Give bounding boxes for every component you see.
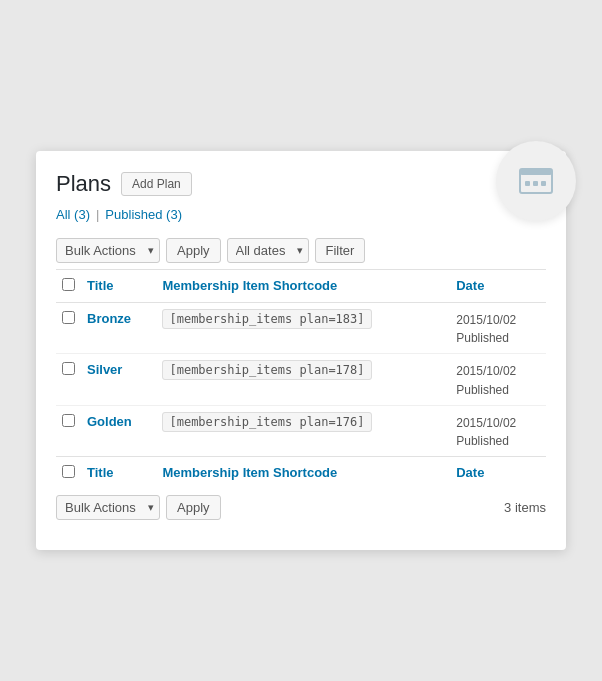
all-dates-select[interactable]: All dates xyxy=(227,238,309,263)
filter-button[interactable]: Filter xyxy=(315,238,366,263)
svg-rect-1 xyxy=(520,169,552,175)
bulk-actions-top-select[interactable]: Bulk Actions xyxy=(56,238,160,263)
svg-rect-3 xyxy=(533,181,538,186)
plan-link-0[interactable]: Bronze xyxy=(87,311,131,326)
header-date: Date xyxy=(450,270,546,303)
header-checkbox-col xyxy=(56,270,81,303)
header-shortcode: Membership Item Shortcode xyxy=(156,270,450,303)
select-all-footer-checkbox[interactable] xyxy=(62,465,75,478)
top-toolbar: Bulk Actions Apply All dates Filter xyxy=(56,232,546,269)
row-shortcode: [membership_items plan=183] xyxy=(156,303,450,354)
all-dates-wrapper: All dates xyxy=(227,238,309,263)
plans-card: Plans Add Plan All (3) | Published (3) B… xyxy=(36,151,566,550)
select-all-checkbox[interactable] xyxy=(62,278,75,291)
table-row: Golden [membership_items plan=176] 2015/… xyxy=(56,405,546,456)
row-checkbox-1[interactable] xyxy=(62,362,75,375)
date-value-1: 2015/10/02 xyxy=(456,364,516,378)
date-value-0: 2015/10/02 xyxy=(456,313,516,327)
subnav: All (3) | Published (3) xyxy=(56,207,546,222)
table-row: Silver [membership_items plan=178] 2015/… xyxy=(56,354,546,405)
row-checkbox-col xyxy=(56,303,81,354)
membership-plans-icon xyxy=(496,141,576,221)
bulk-actions-bottom-select[interactable]: Bulk Actions xyxy=(56,495,160,520)
table-header-row: Title Membership Item Shortcode Date xyxy=(56,270,546,303)
apply-top-button[interactable]: Apply xyxy=(166,238,221,263)
bulk-actions-top-wrapper: Bulk Actions xyxy=(56,238,160,263)
row-date: 2015/10/02 Published xyxy=(450,354,546,405)
status-badge-0: Published xyxy=(456,331,509,345)
add-plan-button[interactable]: Add Plan xyxy=(121,172,192,196)
bottom-toolbar: Bulk Actions Apply 3 items xyxy=(56,495,546,520)
shortcode-value-1: [membership_items plan=178] xyxy=(162,360,371,380)
footer-checkbox-col xyxy=(56,456,81,489)
row-shortcode: [membership_items plan=178] xyxy=(156,354,450,405)
row-shortcode: [membership_items plan=176] xyxy=(156,405,450,456)
date-value-2: 2015/10/02 xyxy=(456,416,516,430)
plan-link-2[interactable]: Golden xyxy=(87,414,132,429)
footer-shortcode: Membership Item Shortcode xyxy=(156,456,450,489)
plan-link-1[interactable]: Silver xyxy=(87,362,122,377)
apply-bottom-button[interactable]: Apply xyxy=(166,495,221,520)
shortcode-value-0: [membership_items plan=183] xyxy=(162,309,371,329)
footer-date: Date xyxy=(450,456,546,489)
row-title: Silver xyxy=(81,354,156,405)
table-footer-row: Title Membership Item Shortcode Date xyxy=(56,456,546,489)
row-date: 2015/10/02 Published xyxy=(450,405,546,456)
table-row: Bronze [membership_items plan=183] 2015/… xyxy=(56,303,546,354)
footer-title: Title xyxy=(81,456,156,489)
subnav-all[interactable]: All (3) xyxy=(56,207,90,222)
status-badge-1: Published xyxy=(456,383,509,397)
status-badge-2: Published xyxy=(456,434,509,448)
bulk-actions-bottom-wrapper: Bulk Actions xyxy=(56,495,160,520)
row-title: Bronze xyxy=(81,303,156,354)
page-title: Plans xyxy=(56,171,111,197)
row-checkbox-2[interactable] xyxy=(62,414,75,427)
row-checkbox-col xyxy=(56,405,81,456)
page-header: Plans Add Plan xyxy=(56,171,546,197)
subnav-separator: | xyxy=(96,207,99,222)
row-date: 2015/10/02 Published xyxy=(450,303,546,354)
header-title: Title xyxy=(81,270,156,303)
plans-table: Title Membership Item Shortcode Date Bro… xyxy=(56,269,546,489)
shortcode-value-2: [membership_items plan=176] xyxy=(162,412,371,432)
row-title: Golden xyxy=(81,405,156,456)
svg-rect-2 xyxy=(525,181,530,186)
subnav-published[interactable]: Published (3) xyxy=(105,207,182,222)
row-checkbox-col xyxy=(56,354,81,405)
svg-rect-4 xyxy=(541,181,546,186)
row-checkbox-0[interactable] xyxy=(62,311,75,324)
items-count: 3 items xyxy=(504,500,546,515)
